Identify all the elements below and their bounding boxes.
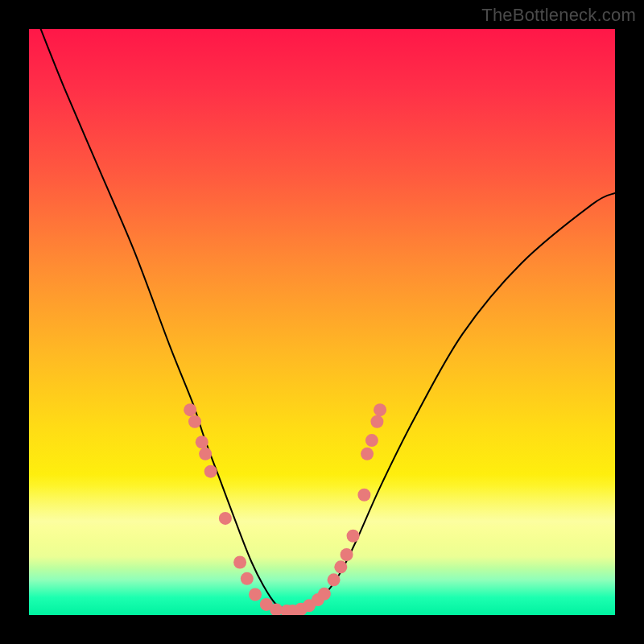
data-dot xyxy=(219,512,232,525)
data-dot xyxy=(184,403,196,416)
plot-area xyxy=(29,29,615,615)
data-dot xyxy=(374,403,386,416)
data-dot xyxy=(199,448,212,460)
watermark-text: TheBottleneck.com xyxy=(481,5,636,26)
dots-group xyxy=(184,403,386,615)
chart-svg xyxy=(29,29,615,615)
data-dot xyxy=(241,572,254,585)
data-dot xyxy=(347,530,360,543)
curve-group xyxy=(41,29,615,610)
data-dot xyxy=(318,588,331,601)
chart-frame: TheBottleneck.com xyxy=(0,0,644,644)
data-dot xyxy=(204,465,217,478)
data-dot xyxy=(328,573,341,586)
data-dot xyxy=(334,560,347,573)
bottleneck-curve xyxy=(41,29,615,610)
data-dot xyxy=(249,588,262,601)
data-dot xyxy=(357,489,370,502)
data-dot xyxy=(361,448,374,460)
data-dot xyxy=(196,436,208,448)
data-dot xyxy=(233,555,246,568)
data-dot xyxy=(365,434,378,447)
data-dot xyxy=(370,415,383,428)
data-dot xyxy=(341,548,353,561)
data-dot xyxy=(188,415,201,428)
